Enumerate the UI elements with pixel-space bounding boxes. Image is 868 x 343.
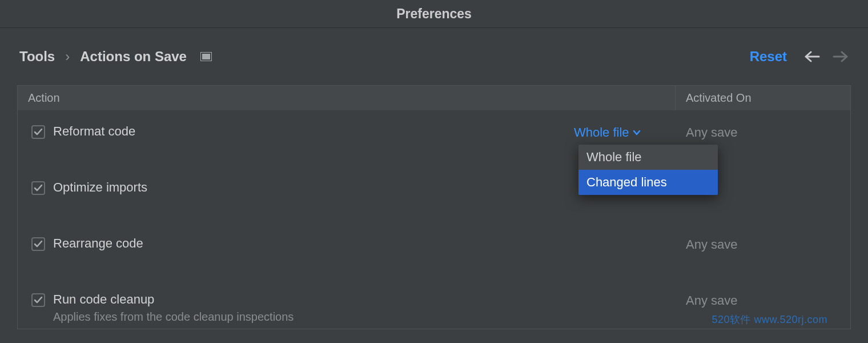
scope-label: Whole file — [574, 125, 629, 140]
row-activated-on: Any save — [673, 236, 850, 252]
row-description: Applies fixes from the code cleanup insp… — [53, 310, 294, 324]
actions-table: Action Activated On Reformat code Whole … — [17, 85, 851, 329]
table-body: Reformat code Whole file Any save Optimi… — [18, 110, 850, 329]
breadcrumb-current: Actions on Save — [80, 49, 187, 65]
header: Tools › Actions on Save Reset — [0, 28, 868, 85]
row-checkbox[interactable] — [31, 125, 45, 139]
chevron-down-icon — [633, 130, 641, 135]
header-actions: Reset — [750, 49, 849, 65]
row-checkbox[interactable] — [31, 293, 45, 307]
scope-dropdown[interactable]: Whole file — [574, 125, 641, 140]
watermark: 520软件 www.520rj.com — [712, 313, 827, 326]
forward-button — [833, 51, 849, 62]
row-label: Run code cleanup — [53, 292, 294, 307]
dropdown-item-whole-file[interactable]: Whole file — [578, 145, 718, 170]
table-row: Rearrange code Any save — [18, 222, 850, 278]
breadcrumb: Tools › Actions on Save — [19, 49, 212, 65]
breadcrumb-parent[interactable]: Tools — [19, 49, 55, 65]
column-activated-on[interactable]: Activated On — [676, 86, 850, 110]
table-row: Reformat code Whole file Any save — [18, 110, 850, 166]
window-title: Preferences — [396, 6, 472, 22]
row-label: Optimize imports — [53, 180, 147, 195]
row-checkbox[interactable] — [31, 237, 45, 251]
table-header: Action Activated On — [18, 86, 850, 110]
scope-dropdown-popup: Whole file Changed lines — [578, 145, 718, 195]
svg-rect-1 — [202, 54, 210, 59]
table-row: Optimize imports save — [18, 166, 850, 222]
reset-button[interactable]: Reset — [750, 49, 787, 65]
column-action[interactable]: Action — [18, 86, 676, 110]
nav-arrows — [804, 51, 849, 62]
view-mode-icon[interactable] — [200, 52, 212, 61]
row-activated-on: Any save — [673, 292, 850, 308]
row-activated-on: Any save — [673, 124, 850, 140]
back-button[interactable] — [804, 51, 820, 62]
row-label: Rearrange code — [53, 236, 143, 251]
dropdown-item-changed-lines[interactable]: Changed lines — [578, 170, 718, 195]
row-label: Reformat code — [53, 124, 135, 139]
breadcrumb-separator: › — [65, 49, 70, 65]
row-checkbox[interactable] — [31, 181, 45, 195]
titlebar: Preferences — [0, 0, 868, 28]
